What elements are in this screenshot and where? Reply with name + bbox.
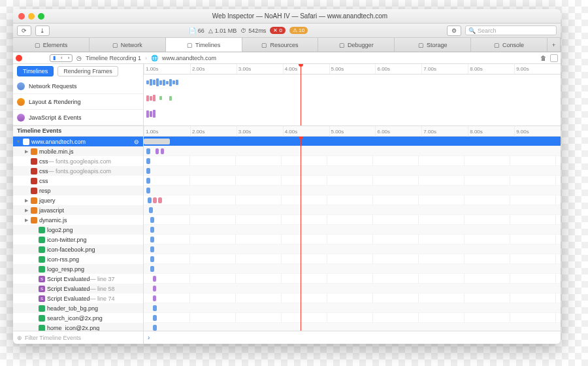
- footer: ⊕Filter Timeline Events ›: [13, 331, 561, 344]
- toolbar: ⟳ ⤓ 📄 66 △ 1.01 MB ⏱ 542ms ✕ 0 ⚠ 10 ⚙ 🔍S…: [13, 24, 561, 38]
- nav-first-button[interactable]: ▮: [50, 55, 58, 61]
- playhead-lower[interactable]: [301, 137, 301, 331]
- overview: Timelines Rendering Frames Network Reque…: [13, 64, 561, 126]
- tab-network[interactable]: ▢Network: [90, 38, 166, 52]
- tree-row[interactable]: home_icon@2x.png: [13, 323, 143, 331]
- tree-row[interactable]: ▼www.anandtech.com⊖: [13, 137, 143, 146]
- titlebar: Web Inspector — NoAH IV — Safari — www.a…: [13, 9, 561, 24]
- size-stat: △ 1.01 MB: [208, 27, 237, 34]
- window-title: Web Inspector — NoAH IV — Safari — www.a…: [44, 12, 555, 20]
- doc-count: 📄 66: [189, 27, 204, 34]
- tree-row[interactable]: css — fonts.googleapis.com: [13, 156, 143, 166]
- time-stat: ⏱ 542ms: [240, 27, 266, 34]
- tree-row[interactable]: ▶mobile.min.js: [13, 146, 143, 156]
- tab-storage[interactable]: ▢Storage: [395, 38, 471, 52]
- event-tree: ▼www.anandtech.com⊖▶mobile.min.jscss — f…: [13, 137, 561, 331]
- overview-0[interactable]: Network Requests: [13, 78, 143, 94]
- content: Timelines Rendering Frames Network Reque…: [13, 64, 561, 344]
- search-icon: 🔍: [468, 27, 476, 34]
- tree-row[interactable]: logo_resp.png: [13, 264, 143, 274]
- tree-row[interactable]: search_icon@2x.png: [13, 313, 143, 323]
- search-input[interactable]: 🔍Search: [465, 25, 557, 35]
- timer-icon: ◷: [76, 55, 82, 61]
- minimize-icon[interactable]: [28, 13, 35, 20]
- reload-button[interactable]: ⟳: [17, 25, 31, 36]
- tree-row[interactable]: logo2.png: [13, 225, 143, 235]
- tab-resources[interactable]: ▢Resources: [242, 38, 319, 52]
- filter-icon: ⊕: [17, 335, 22, 341]
- warning-badge[interactable]: ⚠ 10: [289, 27, 308, 34]
- tree-row[interactable]: ▶jquery: [13, 195, 143, 205]
- inspector-window: Web Inspector — NoAH IV — Safari — www.a…: [13, 9, 561, 344]
- tab-add[interactable]: +: [547, 38, 561, 52]
- expand-button[interactable]: ›: [148, 334, 150, 341]
- tree-row[interactable]: css — fonts.googleapis.com: [13, 166, 143, 176]
- path-bar: ▮ ‹ › ◷ Timeline Recording 1 › 🌐 www.ana…: [13, 52, 561, 64]
- traffic-lights: [18, 13, 44, 20]
- zoom-icon[interactable]: [38, 13, 44, 20]
- nav-fwd-button[interactable]: ›: [65, 55, 73, 61]
- nav-back-button[interactable]: ‹: [58, 55, 65, 61]
- record-button[interactable]: [16, 55, 22, 61]
- tab-elements[interactable]: ▢Elements: [13, 38, 90, 52]
- playhead[interactable]: [301, 64, 301, 125]
- tree-row[interactable]: css: [13, 176, 143, 186]
- overview-1[interactable]: Layout & Rendering: [13, 94, 143, 110]
- tree-row[interactable]: header_tob_bg.png: [13, 303, 143, 313]
- tree-row[interactable]: SScript Evaluated — line 58: [13, 284, 143, 293]
- events-header: Timeline Events 1.00s2.00s3.00s4.00s5.00…: [13, 126, 561, 137]
- close-icon[interactable]: [18, 13, 25, 20]
- tab-timelines[interactable]: ▢Timelines: [166, 38, 242, 52]
- error-badge[interactable]: ✕ 0: [270, 27, 286, 34]
- overview-2[interactable]: JavaScript & Events: [13, 110, 143, 125]
- seg-timelines[interactable]: Timelines: [17, 66, 54, 76]
- download-button[interactable]: ⤓: [35, 25, 50, 36]
- tab-console[interactable]: ▢Console: [471, 38, 547, 52]
- tree-row[interactable]: SScript Evaluated — line 37: [13, 274, 143, 284]
- panel-toggle-button[interactable]: [550, 54, 558, 62]
- main-tabs: ▢Elements▢Network▢Timelines▢Resources▢De…: [13, 38, 561, 52]
- tree-row[interactable]: ▶dynamic.js: [13, 215, 143, 225]
- filter-input[interactable]: Filter Timeline Events: [25, 335, 81, 341]
- path-recording[interactable]: Timeline Recording 1: [86, 55, 141, 61]
- tree-row[interactable]: icon-rss.png: [13, 254, 143, 264]
- tree-row[interactable]: resp: [13, 186, 143, 195]
- tree-row[interactable]: SScript Evaluated — line 74: [13, 293, 143, 303]
- trash-button[interactable]: 🗑: [540, 55, 546, 61]
- tree-row[interactable]: icon-facebook.png: [13, 244, 143, 254]
- globe-icon: 🌐: [151, 55, 158, 61]
- seg-rendering-frames[interactable]: Rendering Frames: [57, 66, 118, 76]
- tree-row[interactable]: ▶javascript: [13, 205, 143, 215]
- nav-segment: ▮ ‹ ›: [50, 54, 73, 62]
- tab-debugger[interactable]: ▢Debugger: [318, 38, 395, 52]
- path-site[interactable]: www.anandtech.com: [162, 55, 216, 61]
- settings-button[interactable]: ⚙: [447, 25, 461, 36]
- tree-row[interactable]: icon-twitter.png: [13, 235, 143, 244]
